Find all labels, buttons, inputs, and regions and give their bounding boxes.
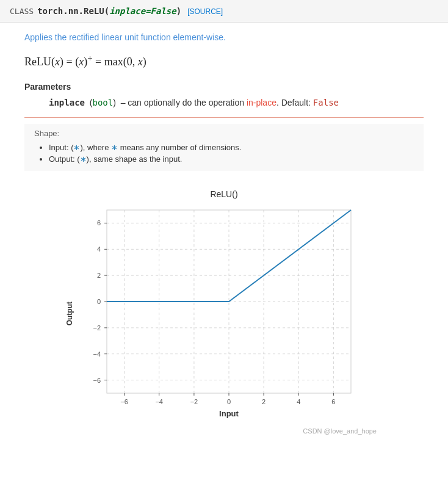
chart-area: 6 4 2 0 −2 −4 −6 −6 [76,204,383,424]
svg-text:−6: −6 [93,377,101,384]
chart-title: ReLU() [65,189,383,199]
param-desc: – can optionally do the operation in-pla… [121,98,339,107]
param-name: inplace [49,98,85,107]
svg-text:4: 4 [97,245,101,253]
svg-text:−6: −6 [120,398,128,405]
svg-text:0: 0 [227,398,231,405]
chart-wrapper: Output [65,204,383,424]
class-name: torch.nn.ReLU(inplace=False) [37,6,181,16]
shape-section: Shape: Input: (∗), where ∗ means any num… [24,124,424,171]
param-type: bool [92,98,113,107]
formula-block: ReLU(x) = (x)+ = max(0, x) [24,51,424,71]
svg-text:Input: Input [219,409,239,418]
formula-text: ReLU(x) = (x)+ = max(0, x) [24,56,146,68]
class-name-text: torch.nn.ReLU [37,6,104,16]
param-block: inplace (bool) – can optionally do the o… [24,98,424,107]
svg-text:2: 2 [97,272,101,279]
main-content: Applies the rectified linear unit functi… [0,23,448,444]
svg-text:−2: −2 [93,324,101,332]
class-header: CLASS torch.nn.ReLU(inplace=False) [SOUR… [0,0,448,23]
chart-container: ReLU() Output [65,189,383,435]
svg-text:2: 2 [262,398,266,405]
class-keyword: CLASS [10,7,34,16]
description-text: Applies the rectified linear unit functi… [24,32,424,42]
svg-text:6: 6 [97,219,101,226]
parameters-title: Parameters [24,82,424,92]
svg-text:6: 6 [331,398,335,405]
watermark: CSDN @love_and_hope [65,427,383,435]
svg-text:−4: −4 [155,398,163,405]
y-axis-label: Output [65,302,74,325]
shape-list: Input: (∗), where ∗ means any number of … [34,143,414,164]
separator [24,117,424,118]
svg-text:0: 0 [97,298,101,305]
svg-text:4: 4 [297,398,300,405]
shape-title: Shape: [34,129,414,138]
shape-item-output: Output: (∗), same shape as the input. [49,154,414,164]
class-param: inplace=False [109,6,176,16]
svg-text:−4: −4 [93,350,101,358]
shape-item-input: Input: (∗), where ∗ means any number of … [49,143,414,152]
relu-chart: 6 4 2 0 −2 −4 −6 −6 [76,204,363,424]
svg-text:−2: −2 [190,398,198,405]
source-link[interactable]: [SOURCE] [187,7,223,16]
